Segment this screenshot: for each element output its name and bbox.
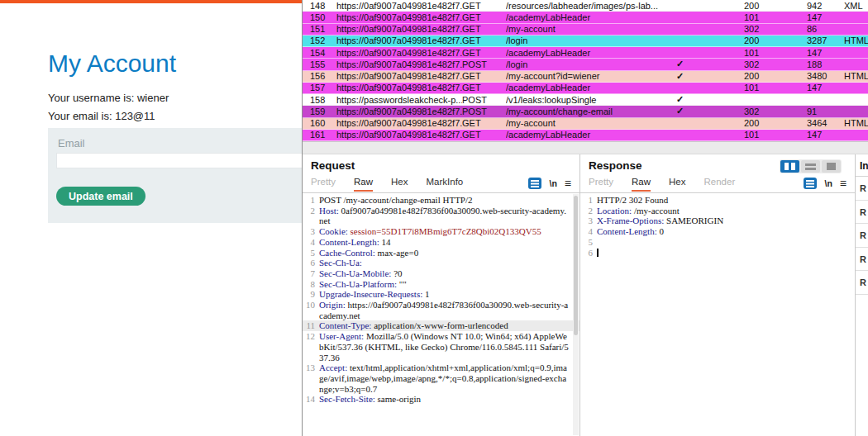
line-text: Location: /my-account	[597, 206, 855, 216]
tab-markinfo[interactable]: MarkInfo	[427, 177, 464, 192]
line-number: 1	[303, 195, 315, 206]
row-method: GET	[462, 48, 506, 58]
row-url: /my-account/change-email	[506, 107, 671, 116]
tab-hex[interactable]: Hex	[391, 177, 408, 192]
history-row[interactable]: 159https://0af9007a049981e482f7...POST/m…	[303, 106, 868, 117]
code-line: 11Content-Type: application/x-www-form-u…	[303, 320, 579, 331]
editor-menu-icon[interactable]: ≡	[840, 179, 847, 187]
code-line: 1POST /my-account/change-email HTTP/2	[303, 195, 579, 206]
editor-icons: \n≡	[804, 178, 847, 192]
tab-raw[interactable]: Raw	[632, 177, 651, 192]
http-history-table: 148https://0af9007a049981e482f7...GET/re…	[303, 0, 868, 141]
line-number: 4	[580, 226, 593, 237]
inspector-section[interactable]: R	[856, 201, 868, 225]
line-number: 8	[303, 279, 315, 290]
line-text: HTTP/2 302 Found	[597, 195, 855, 206]
line-text: Sec-Ch-Ua-Platform: ""	[319, 279, 579, 290]
history-row[interactable]: 157https://0af9007a049981e482f7...GET/ac…	[303, 83, 868, 94]
line-text	[597, 248, 855, 258]
lab-topbar	[0, 0, 302, 3]
row-length: 942	[807, 1, 844, 11]
line-text: Accept: text/html,application/xhtml+xml,…	[319, 363, 579, 394]
inspector-section[interactable]: R	[856, 224, 868, 248]
row-status: 200	[744, 36, 807, 45]
inspector-sections: RRRRR	[856, 177, 868, 295]
line-number: 1	[580, 195, 593, 206]
tab-hex[interactable]: Hex	[669, 177, 685, 192]
nonprinting-chars-icon[interactable]: \n	[549, 178, 556, 188]
table-scrollbar[interactable]	[303, 141, 868, 154]
inspector-section[interactable]: R	[856, 271, 868, 295]
row-id: 151	[303, 24, 336, 34]
history-row[interactable]: 156https://0af9007a049981e482f7...GET/my…	[303, 71, 868, 83]
line-text: Cache-Control: max-age=0	[319, 248, 579, 258]
row-status: 302	[744, 24, 807, 34]
editor-format-icon[interactable]	[804, 178, 817, 189]
request-raw-view[interactable]: 1POST /my-account/change-email HTTP/22Ho…	[303, 192, 579, 436]
row-method: POST	[462, 59, 506, 69]
row-edited-check: ✓	[671, 106, 744, 116]
history-row[interactable]: 154https://0af9007a049981e482f7...GET/ac…	[303, 47, 868, 59]
layout-columns-button[interactable]	[780, 160, 799, 173]
code-line: 3X-Frame-Options: SAMEORIGIN	[580, 216, 855, 226]
row-length: 3480	[807, 71, 844, 81]
row-method: GET	[462, 24, 506, 34]
line-number: 12	[303, 331, 315, 342]
history-row[interactable]: 152https://0af9007a049981e482f7...GET/lo…	[303, 36, 868, 47]
row-length: 147	[807, 130, 844, 140]
line-number: 6	[303, 258, 315, 268]
row-host: https://0af9007a049981e482f7...	[336, 1, 462, 11]
row-host: https://0af9007a049981e482f7...	[336, 36, 462, 45]
username-line: Your username is: wiener	[48, 92, 169, 104]
update-email-button[interactable]: Update email	[56, 187, 145, 206]
row-method: GET	[462, 1, 506, 11]
lab-account-page: My Account Your username is: wiener Your…	[0, 0, 302, 436]
row-url: /academyLabHeader	[506, 12, 671, 22]
row-length: 86	[807, 24, 844, 34]
row-id: 152	[303, 36, 336, 45]
history-row[interactable]: 158https://passwordsleakcheck-p...POST/v…	[303, 94, 868, 106]
response-raw-view[interactable]: 1HTTP/2 302 Found2Location: /my-account3…	[580, 192, 855, 436]
editor-menu-icon[interactable]: ≡	[565, 179, 571, 187]
editor-format-icon[interactable]	[528, 178, 541, 189]
history-row[interactable]: 155https://0af9007a049981e482f7...POST/l…	[303, 59, 868, 70]
response-tabs: PrettyRawHexRender\n≡	[580, 172, 855, 192]
row-id: 161	[303, 130, 336, 140]
inspector-section[interactable]: R	[856, 248, 868, 272]
tab-render[interactable]: Render	[704, 177, 736, 192]
row-edited-check: ✓	[671, 94, 744, 105]
line-text: POST /my-account/change-email HTTP/2	[319, 195, 579, 206]
tab-raw[interactable]: Raw	[354, 177, 373, 192]
row-status: 101	[744, 130, 807, 140]
history-row[interactable]: 160https://0af9007a049981e482f7...GET/my…	[303, 118, 868, 130]
row-status: 101	[744, 12, 807, 22]
history-row[interactable]: 148https://0af9007a049981e482f7...GET/re…	[303, 0, 868, 12]
tab-pretty[interactable]: Pretty	[589, 177, 613, 192]
layout-single-button[interactable]	[822, 160, 841, 173]
tab-pretty[interactable]: Pretty	[311, 177, 336, 192]
inspector-section[interactable]: R	[856, 177, 868, 201]
row-id: 156	[303, 71, 336, 81]
line-number: 7	[303, 268, 315, 279]
line-number: 5	[303, 248, 315, 258]
history-row[interactable]: 150https://0af9007a049981e482f7...GET/ac…	[303, 12, 868, 23]
row-host: https://0af9007a049981e482f7...	[336, 48, 462, 58]
editor-layout-buttons	[780, 159, 842, 173]
history-row[interactable]: 151https://0af9007a049981e482f7...GET/my…	[303, 24, 868, 36]
row-id: 157	[303, 83, 336, 92]
request-scrollbar[interactable]	[573, 194, 579, 435]
history-row[interactable]: 161https://0af9007a049981e482f7...GET/ac…	[303, 130, 868, 141]
change-email-form: Email Update email	[48, 128, 302, 223]
row-host: https://passwordsleakcheck-p...	[336, 95, 462, 105]
row-id: 155	[303, 59, 336, 69]
layout-rows-button[interactable]	[801, 160, 820, 173]
row-length: 147	[807, 12, 844, 22]
row-mime: HTML	[844, 71, 868, 81]
row-id: 159	[303, 107, 336, 116]
code-line: 7Sec-Ch-Ua-Mobile: ?0	[303, 268, 579, 279]
nonprinting-chars-icon[interactable]: \n	[824, 178, 832, 188]
email-input[interactable]	[56, 153, 302, 168]
row-length: 91	[807, 107, 844, 116]
line-number: 6	[580, 248, 593, 258]
code-line: 14Sec-Fetch-Site: same-origin	[303, 394, 579, 405]
